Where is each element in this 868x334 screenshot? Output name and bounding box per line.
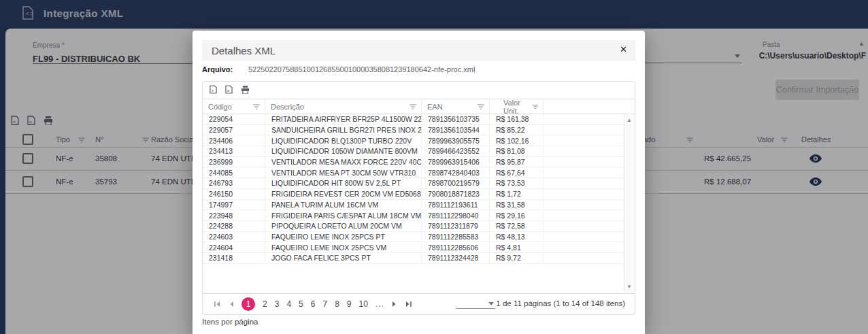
grid-body: 229054FRITADEIRA AIRFRYER BFR25P 4L1500W…	[203, 114, 635, 293]
pager-page[interactable]: 10	[359, 299, 368, 309]
xml-item-row: 174997PANELA TURIM ALUM 16CM VM789111219…	[203, 200, 635, 211]
xml-item-row: 224288PIPOQUEIRA LORETO ALUM 20CM VM7891…	[203, 221, 635, 232]
scrollbar-up-icon[interactable]: ▲	[627, 117, 632, 123]
col-ean: EAN	[422, 99, 490, 114]
col-descricao: Descrição	[265, 99, 422, 114]
modal-title: Detalhes XML	[212, 45, 276, 56]
pager-page[interactable]: 8	[335, 299, 339, 309]
xml-item-row: 234406LIQUIDIFICADOR BLQ1300P TURBO 220V…	[203, 135, 635, 146]
xml-item-row: 224603FAQUEIRO LEME INOX 25PCS PT7891112…	[203, 232, 635, 243]
grid-toolbar: x a	[203, 82, 635, 99]
col-codigo: Código	[203, 99, 265, 114]
pager-page[interactable]: 3	[275, 299, 280, 309]
xml-item-row: 236999VENTILADOR MESA MAXX FORCE 220V 40…	[203, 157, 635, 168]
vertical-scrollbar[interactable]: ▲ ▼	[624, 115, 634, 292]
modal-titlebar: Detalhes XML ✕	[202, 40, 635, 61]
col-filler	[544, 99, 635, 114]
pager-page-current[interactable]: 1	[241, 297, 255, 311]
scrollbar-down-icon[interactable]: ▼	[627, 284, 632, 290]
filter-icon[interactable]	[532, 103, 539, 111]
filter-icon[interactable]	[477, 103, 485, 111]
close-icon[interactable]: ✕	[620, 44, 627, 54]
xml-item-row: 231418JOGO FACA FELICE 3PCS PT7891112324…	[203, 253, 635, 264]
pager-first-icon[interactable]	[214, 301, 221, 307]
xml-items-grid: x a Código Descrição E	[202, 81, 635, 315]
pager-page[interactable]: 7	[322, 299, 327, 309]
print-icon[interactable]	[241, 84, 250, 97]
arquivo-label: Arquivo:	[202, 65, 233, 73]
pager-ellipsis[interactable]: ...	[375, 299, 384, 309]
pager-info: 1 de 11 páginas (1 to 14 of 148 itens)	[496, 299, 625, 307]
page-size-select[interactable]	[456, 297, 495, 309]
pager: 1 2 3 4 5 6 7 8 9 10 ...	[203, 293, 635, 314]
filter-icon[interactable]	[409, 103, 417, 111]
xml-item-row: 224604FAQUEIRO LEME INOX 25PCS VM7891112…	[203, 242, 635, 253]
modal-detalhes-xml: Detalhes XML ✕ Arquivo: 5225022075885100…	[193, 31, 645, 334]
svg-text:a: a	[227, 88, 229, 93]
xml-item-row: 244085VENTILADOR MESA PT 30CM 50W VTR310…	[203, 167, 635, 178]
svg-text:x: x	[212, 88, 214, 93]
xml-item-row: 246150FRIGIDEIRA REVEST CER 20CM VM ED50…	[203, 189, 635, 200]
pager-page[interactable]: 9	[347, 299, 352, 309]
xml-item-row: 229054FRITADEIRA AIRFRYER BFR25P 4L1500W…	[203, 114, 635, 125]
pager-page[interactable]: 5	[299, 299, 303, 309]
pager-page[interactable]: 2	[263, 299, 267, 309]
arquivo-filename: 5225022075885100126855001000035808123918…	[248, 65, 475, 73]
pager-page[interactable]: 6	[311, 299, 316, 309]
filter-icon[interactable]	[252, 103, 261, 111]
items-per-page-label: Itens por página	[202, 318, 258, 326]
chevron-down-icon	[488, 302, 494, 305]
xml-item-row: 246793LIQUIDIFICADOR HIT 800W 5V 2,5L PT…	[203, 178, 635, 189]
excel-export-icon[interactable]: x	[210, 84, 217, 97]
arquivo-row: Arquivo: 5225022075885100126855001000035…	[202, 65, 233, 73]
pager-next-icon[interactable]	[392, 301, 397, 307]
screen: <> Integração XML Empresa * FL99 - DISTR…	[0, 0, 868, 334]
pager-last-icon[interactable]	[405, 301, 412, 307]
pager-prev-icon[interactable]	[229, 301, 234, 307]
col-valor-unit: Valor Unit.	[490, 99, 544, 114]
xml-item-row: 234413LIQUIDIFICADOR 1050W DIAMANTE 800V…	[203, 146, 635, 157]
grid-header: Código Descrição EAN Valor Unit.	[203, 99, 635, 114]
xml-item-row: 229057SANDUICHEIRA GRILL BGR27I PRES INO…	[203, 125, 635, 136]
pdf-export-icon[interactable]: a	[225, 84, 233, 97]
pager-page[interactable]: 4	[286, 299, 291, 309]
xml-item-row: 223948FRIGIDEIRA PARIS C/ESPAT ALUM 18CM…	[203, 210, 635, 221]
